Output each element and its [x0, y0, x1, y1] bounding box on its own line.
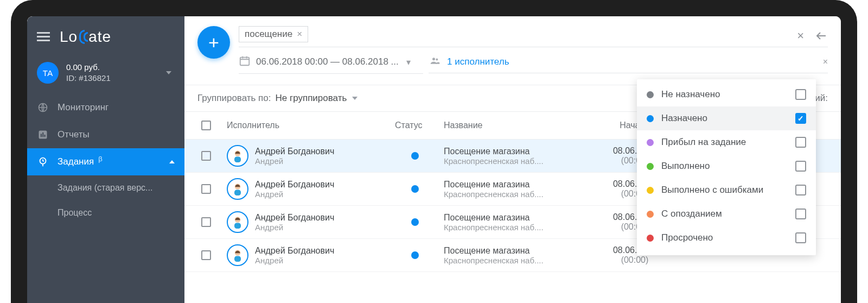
sidebar-top: Lo ate [27, 16, 184, 55]
sidebar-item-tasks-old[interactable]: Задания (старая верс... [27, 175, 184, 200]
status-label: Просрочено [661, 232, 713, 243]
status-color-icon [647, 163, 654, 170]
app-screen: Lo ate ТА 0.00 руб. ID: #136821 Монитори… [27, 16, 841, 303]
close-icon[interactable]: × [297, 29, 302, 40]
col-executor: Исполнитель [222, 121, 391, 130]
svg-rect-14 [234, 223, 241, 229]
select-all-checkbox[interactable] [201, 121, 211, 130]
status-checkbox[interactable] [795, 232, 806, 243]
filter-chip-label: посещение [245, 29, 292, 40]
task-cell: Посещение магазинаКраснопресненская наб.… [439, 246, 591, 265]
executor-cell: Андрей БогдановичАндрей [222, 178, 391, 200]
svg-rect-6 [240, 58, 250, 66]
filter-chip[interactable]: посещение × [239, 26, 308, 42]
executor-cell: Андрей БогдановичАндрей [222, 145, 391, 167]
add-button[interactable]: + [197, 26, 230, 59]
sidebar-item-label: Процесс [58, 208, 92, 218]
close-icon[interactable]: × [797, 29, 804, 43]
chart-icon [37, 129, 49, 141]
start-time: (00:00) [596, 255, 674, 265]
status-dot-icon [411, 185, 419, 193]
plus-icon: + [208, 33, 219, 52]
status-checkbox[interactable] [795, 161, 806, 172]
group-dropdown[interactable]: Не группировать [276, 93, 358, 104]
status-filter-option[interactable]: Прибыл на задание [637, 130, 816, 154]
brand-logo: Lo ate [60, 28, 111, 46]
executor-filter[interactable]: 1 исполнитель × [429, 53, 828, 73]
sidebar-item-tasks[interactable]: Задания β [27, 148, 184, 175]
back-arrow-icon[interactable] [815, 29, 828, 42]
task-title: Посещение магазина [444, 213, 587, 223]
group-label: Группировать по: [197, 93, 271, 104]
group-value: Не группировать [276, 93, 347, 104]
status-color-icon [647, 187, 654, 194]
chevron-down-icon: ▾ [406, 57, 411, 67]
people-icon [429, 55, 442, 68]
row-checkbox[interactable] [201, 217, 211, 227]
avatar: ТА [37, 62, 59, 84]
filters: посещение × × 06.06.2018 00:00 — 08.06.2… [239, 26, 828, 74]
task-address: Краснопресненская наб.... [444, 223, 579, 232]
status-filter-option[interactable]: Не назначено [637, 83, 816, 106]
svg-rect-4 [44, 135, 46, 137]
account-text: 0.00 руб. ID: #136821 [66, 62, 158, 84]
executor-name: Андрей Богданович [255, 213, 334, 223]
status-color-icon [647, 211, 654, 218]
sidebar-item-process[interactable]: Процесс [27, 200, 184, 225]
task-cell: Посещение магазинаКраснопресненская наб.… [439, 147, 591, 166]
account-id: ID: #136821 [66, 73, 158, 84]
brand-part2: ate [88, 28, 111, 46]
svg-point-7 [432, 58, 435, 60]
svg-rect-10 [234, 157, 241, 163]
status-checkbox[interactable] [795, 113, 806, 124]
row-checkbox[interactable] [201, 151, 211, 161]
executor-sub: Андрей [255, 156, 334, 166]
date-range-filter[interactable]: 06.06.2018 00:00 — 08.06.2018 ... ▾ [239, 53, 423, 74]
avatar [227, 244, 248, 266]
status-color-icon [647, 235, 654, 242]
clock-pin-icon [37, 156, 49, 168]
status-filter-option[interactable]: Выполнено [637, 154, 816, 178]
brand-part1: Lo [60, 28, 78, 46]
task-cell: Посещение магазинаКраснопресненская наб.… [439, 180, 591, 199]
close-icon[interactable]: × [823, 57, 828, 67]
executor-filter-text: 1 исполнитель [447, 56, 509, 67]
filter-options-row: 06.06.2018 00:00 — 08.06.2018 ... ▾ 1 ис… [239, 47, 828, 74]
status-checkbox[interactable] [795, 137, 806, 148]
chevron-up-icon [169, 160, 175, 163]
calendar-icon [239, 55, 251, 69]
status-dot-icon [411, 218, 419, 226]
status-color-icon [647, 115, 654, 122]
sidebar-nav: Мониторинг Отчеты Задания β Задания (ста… [27, 94, 184, 225]
status-filter-option[interactable]: С опозданием [637, 202, 816, 226]
executor-cell: Андрей БогдановичАндрей [222, 211, 391, 233]
status-filter-option[interactable]: Выполнено с ошибками [637, 178, 816, 202]
status-filter-option[interactable]: Назначено [637, 106, 816, 130]
account-block[interactable]: ТА 0.00 руб. ID: #136821 [27, 55, 184, 94]
logo-ring-inner-icon [84, 32, 88, 42]
status-checkbox[interactable] [795, 209, 806, 219]
status-label: С опозданием [661, 209, 722, 219]
sidebar-item-reports[interactable]: Отчеты [27, 121, 184, 148]
sidebar-item-label: Задания [58, 156, 94, 167]
status-checkbox[interactable] [795, 89, 806, 100]
row-checkbox[interactable] [201, 184, 211, 194]
col-title: Название [439, 121, 591, 130]
menu-icon[interactable] [37, 32, 50, 42]
svg-point-8 [436, 59, 438, 61]
status-checkbox[interactable] [795, 185, 806, 195]
status-filter-option[interactable]: Просрочено [637, 226, 816, 250]
row-checkbox[interactable] [201, 250, 211, 260]
col-status: Статус [391, 121, 439, 130]
sidebar-item-label: Мониторинг [58, 102, 108, 113]
executor-sub: Андрей [255, 190, 334, 199]
executor-cell: Андрей БогдановичАндрей [222, 244, 391, 266]
task-title: Посещение магазина [444, 147, 587, 156]
toolbar: + посещение × × [184, 16, 841, 77]
device-bezel: Lo ate ТА 0.00 руб. ID: #136821 Монитори… [11, 0, 857, 303]
task-address: Краснопресненская наб.... [444, 190, 579, 199]
filter-chip-row: посещение × × [239, 26, 828, 47]
sidebar-item-monitoring[interactable]: Мониторинг [27, 94, 184, 121]
avatar [227, 211, 248, 233]
status-label: Выполнено с ошибками [661, 185, 763, 195]
